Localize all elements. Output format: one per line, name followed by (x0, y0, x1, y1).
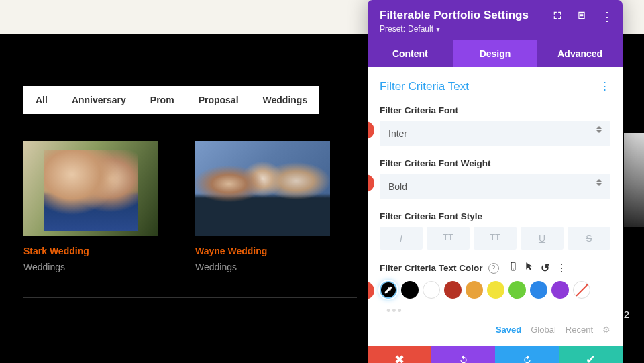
field-color: 3 Filter Criteria Text Color ? ↺ ⋮ (380, 262, 610, 335)
font-label: Filter Criteria Font (380, 105, 610, 115)
redo-button[interactable] (495, 346, 559, 363)
section-title[interactable]: Filter Criteria Text ⋮ (380, 79, 610, 93)
divider (23, 297, 357, 298)
filter-tab-all[interactable]: All (23, 86, 60, 114)
chevron-down-icon: ▾ (436, 24, 440, 34)
preset-value: Default (408, 24, 433, 34)
italic-button[interactable]: I (380, 227, 423, 250)
filter-tab-anniversary[interactable]: Anniversary (60, 86, 138, 114)
more-options-icon[interactable]: ⋮ (556, 262, 567, 274)
tab-design[interactable]: Design (453, 40, 538, 67)
underline-button[interactable]: U (521, 227, 564, 250)
settings-panel: Filterable Portfolio Settings Preset: De… (368, 0, 623, 363)
color-swatches (380, 281, 610, 299)
portfolio-category: Weddings (195, 262, 330, 272)
portfolio-category: Weddings (23, 262, 158, 272)
tab-advanced[interactable]: Advanced (537, 40, 623, 67)
weight-label: Filter Criteria Font Weight (380, 158, 610, 168)
svg-point-1 (513, 269, 513, 270)
style-label: Filter Criteria Font Style (380, 211, 610, 221)
filter-tab-weddings[interactable]: Weddings (251, 86, 320, 114)
reset-icon[interactable]: ↺ (541, 262, 549, 274)
color-swatch-orange[interactable] (466, 281, 483, 299)
panel-preset[interactable]: Preset: Default ▾ (380, 24, 610, 34)
preset-label: Preset: (380, 24, 405, 34)
color-swatch-purple[interactable] (551, 281, 569, 299)
color-swatch-white[interactable] (423, 281, 440, 299)
undo-button[interactable] (431, 346, 495, 363)
style-button-group: I TT TT U S (380, 227, 610, 250)
portfolio-area: All Anniversary Prom Proposal Weddings S… (23, 86, 366, 272)
field-font: 1 Filter Criteria Font Inter (380, 105, 610, 146)
strikethrough-button[interactable]: S (568, 227, 610, 250)
annotation-badge-1: 1 (368, 121, 374, 139)
section-more-icon[interactable]: ⋮ (599, 79, 610, 93)
save-button[interactable]: ✔ (559, 346, 623, 363)
font-select[interactable]: Inter (380, 121, 610, 146)
filter-bar: All Anniversary Prom Proposal Weddings (23, 86, 319, 114)
color-swatch-red[interactable] (444, 281, 462, 299)
help-icon[interactable]: ? (488, 263, 499, 274)
eyedropper-button[interactable] (380, 281, 397, 299)
smallcaps-button[interactable]: TT (474, 227, 517, 250)
portfolio-title: Stark Wedding (23, 246, 158, 256)
uppercase-button[interactable]: TT (427, 227, 470, 250)
color-swatch-black[interactable] (401, 281, 419, 299)
recent-tab[interactable]: Recent (566, 325, 593, 335)
panel-header[interactable]: Filterable Portfolio Settings Preset: De… (368, 0, 623, 40)
next-portfolio-peek[interactable] (624, 133, 644, 227)
field-style: Filter Criteria Font Style I TT TT U S (380, 211, 610, 250)
pagination-number: 2 (624, 309, 629, 320)
saved-tab[interactable]: Saved (496, 325, 521, 335)
filter-tab-prom[interactable]: Prom (138, 86, 186, 114)
expand-icon[interactable] (553, 11, 562, 23)
weight-select[interactable]: Bold (380, 174, 610, 199)
portfolio-item[interactable]: Stark Wedding Weddings (23, 141, 158, 272)
color-tabs: Saved Global Recent ⚙ (380, 325, 610, 335)
color-swatch-yellow[interactable] (487, 281, 504, 299)
color-label: Filter Criteria Text Color (380, 263, 483, 273)
panel-tabs: Content Design Advanced (368, 40, 623, 67)
global-tab[interactable]: Global (531, 325, 556, 335)
panel-footer: ✖ ✔ (368, 346, 623, 363)
gear-icon[interactable]: ⚙ (602, 325, 610, 335)
annotation-badge-2: 2 (368, 174, 374, 192)
cancel-button[interactable]: ✖ (368, 346, 431, 363)
more-colors-icon[interactable]: ••• (386, 304, 610, 318)
portfolio-title: Wayne Wedding (195, 246, 330, 256)
help-icon[interactable] (577, 11, 586, 23)
tab-content[interactable]: Content (368, 40, 453, 67)
panel-body: Filter Criteria Text ⋮ 1 Filter Criteria… (368, 67, 623, 346)
color-swatch-transparent[interactable] (573, 281, 590, 299)
portfolio-image[interactable] (195, 141, 330, 236)
color-swatch-green[interactable] (508, 281, 526, 299)
annotation-badge-3: 3 (368, 282, 374, 299)
portfolio-image[interactable] (23, 141, 158, 236)
color-swatch-blue[interactable] (530, 281, 547, 299)
section-title-text: Filter Criteria Text (380, 80, 469, 93)
more-icon[interactable]: ⋮ (601, 9, 613, 24)
filter-tab-proposal[interactable]: Proposal (186, 86, 251, 114)
field-weight: 2 Filter Criteria Font Weight Bold (380, 158, 610, 199)
phone-icon[interactable] (508, 262, 518, 274)
portfolio-item[interactable]: Wayne Wedding Weddings (195, 141, 330, 272)
portfolio-grid: Stark Wedding Weddings Wayne Wedding Wed… (23, 141, 366, 272)
cursor-icon[interactable] (525, 262, 534, 274)
